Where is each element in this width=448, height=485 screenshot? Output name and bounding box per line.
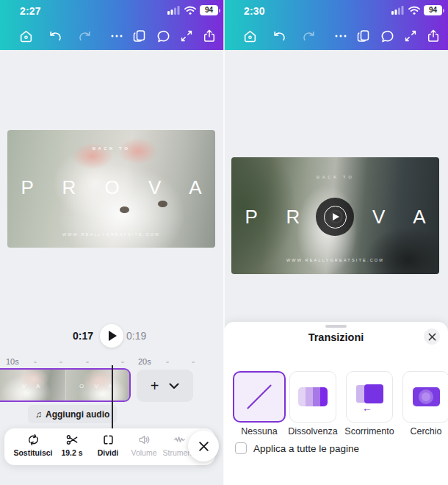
video-canvas[interactable]: BACK TO P R O V A WWW.REALLYGREATSITE.CO… [7,130,215,248]
fullscreen-button[interactable] [177,26,196,46]
arrow-left-icon: ← [362,402,372,414]
tool-split[interactable]: Dividi [87,433,129,457]
current-time: 0:17 [73,330,93,342]
ellipsis-icon [333,29,348,43]
redo-button[interactable] [75,26,94,46]
app-header: 2:30 94 [224,0,448,50]
share-icon [426,29,441,43]
editor-toolbar [0,24,224,47]
home-icon [242,29,258,44]
transition-label: Scorrimento [343,426,396,436]
ruler-tick [86,362,89,363]
volume-icon [137,433,151,447]
add-audio-label: Aggiungi audio [46,409,109,420]
home-button[interactable] [16,26,35,46]
close-tools-button[interactable] [188,431,219,461]
transition-option-cerchio[interactable] [402,371,448,423]
comment-icon [380,29,395,44]
redo-icon [301,29,317,44]
tool-duration-label: 19.2 s [61,448,82,457]
comments-button[interactable] [377,26,397,46]
more-options-button[interactable] [331,26,350,46]
ruler-label-20s: 20s [138,357,151,366]
ruler-tick [59,362,62,363]
transitions-sheet: Transizioni Nessuna Dissolvenza ← Scorri… [224,322,448,485]
undo-icon [272,29,287,44]
pages-button[interactable] [354,26,373,46]
add-page-button[interactable]: + [151,378,159,393]
clip-tools-bar: Sostituisci 19.2 s Dividi Volume Strumen… [4,428,215,465]
wifi-icon [184,6,196,15]
play-ring-icon [324,206,347,229]
apply-all-label: Applica a tutte le pagine [253,443,359,454]
tool-trim-duration[interactable]: 19.2 s [51,433,93,457]
ruler-tick [166,362,169,363]
preview-play-button[interactable] [316,198,354,236]
share-button[interactable] [200,26,219,46]
transition-label: Dissolvenza [286,426,339,436]
timeline-playhead[interactable] [112,365,113,433]
clock-text: 2:27 [20,5,41,17]
split-icon [101,433,115,447]
cat-eye [120,206,129,213]
video-canvas[interactable]: BACK TO P R O V A WWW.REALLYGREATSITE.CO… [231,157,439,274]
play-icon [333,213,339,220]
tool-replace[interactable]: Sostituisci [12,433,54,457]
canvas-url-text: WWW.REALLYGREATSITE.COM [231,258,439,262]
more-options-button[interactable] [107,26,126,46]
close-icon [428,333,436,341]
none-transition-icon [247,384,272,409]
tool-replace-label: Sostituisci [13,448,52,457]
signal-icon [391,6,405,15]
sheet-drag-handle[interactable] [325,325,347,328]
transition-option-scorrimento[interactable]: ← [346,371,393,423]
ruler-label-10s: 10s [6,357,19,366]
transitions-screen: 2:30 94 [224,0,448,485]
status-bar: 2:27 94 [0,4,224,18]
comment-icon [156,29,171,44]
ruler-tick [192,362,195,363]
music-note-icon: ♫ [35,409,42,420]
chevron-down-icon[interactable] [169,383,179,389]
editor-toolbar [224,24,448,47]
transition-option-nessuna[interactable] [233,371,286,423]
undo-button[interactable] [270,26,289,46]
cat-eye [158,201,167,207]
sheet-title: Transizioni [224,331,448,343]
transition-label: Cerchio [400,426,448,436]
canvas-title-text: P R O V A [7,176,215,199]
close-sheet-button[interactable] [424,328,440,345]
share-icon [202,29,217,43]
close-icon [198,441,209,452]
home-button[interactable] [240,26,259,46]
undo-button[interactable] [46,26,65,46]
canvas-kicker-text: BACK TO [7,146,215,151]
clock-text: 2:30 [244,5,265,17]
comments-button[interactable] [153,26,173,46]
add-audio-button[interactable]: ♫ Aggiungi audio [28,405,117,423]
expand-icon [403,29,418,43]
pages-button[interactable] [130,26,149,46]
app-header: 2:27 94 [0,0,224,50]
pages-icon [356,29,371,43]
editor-screen: 2:27 94 [0,0,224,485]
circle-transition-icon [413,387,440,406]
status-bar: 2:30 94 [224,4,448,18]
apply-all-checkbox[interactable] [235,442,247,454]
transition-option-dissolvenza[interactable] [289,371,336,423]
ruler-tick [34,362,37,363]
screenshot-divider [223,0,225,485]
redo-button[interactable] [299,26,318,46]
redo-icon [77,29,93,44]
share-button[interactable] [424,26,443,46]
fade-transition-icon [298,387,328,406]
play-button[interactable] [100,324,123,348]
apply-all-row: Applica a tutte le pagine [235,442,359,454]
battery-icon: 94 [424,5,442,15]
scissors-icon [65,433,79,447]
tool-volume-label: Volume [131,448,156,457]
wifi-icon [408,6,420,15]
fullscreen-button[interactable] [401,26,420,46]
total-time: 0:19 [126,330,146,342]
replace-icon [26,433,40,447]
